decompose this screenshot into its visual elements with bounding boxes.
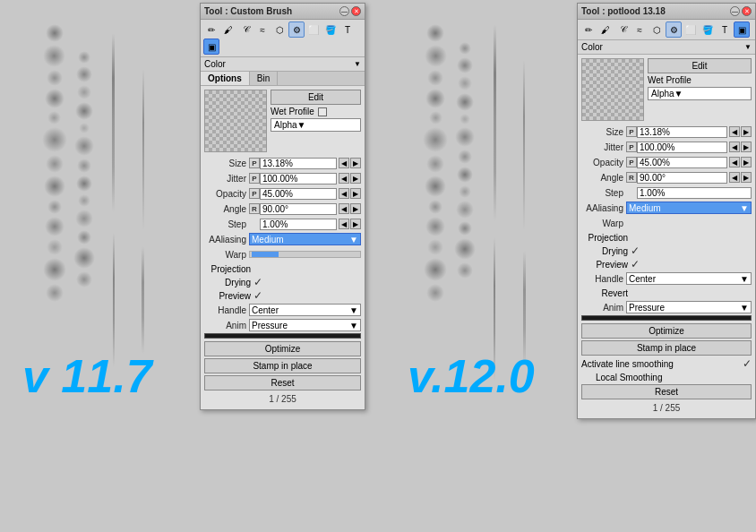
right-close-btn[interactable]: ✕	[742, 6, 752, 16]
right-opacity-indicator[interactable]: P	[626, 157, 637, 167]
left-anim-arrow: ▼	[349, 321, 358, 330]
right-jitter-indicator[interactable]: P	[626, 142, 637, 152]
right-projection-label: Projection	[581, 233, 631, 243]
right-jitter-value[interactable]: 100.00%	[637, 142, 727, 153]
right-preview-canvas	[581, 58, 644, 121]
right-airbrush-icon[interactable]: ≈	[631, 21, 648, 38]
left-reset-btn[interactable]: Reset	[204, 375, 361, 390]
custom-brush-icon[interactable]: ⚙	[288, 21, 305, 38]
left-anim-row: Anim Pressure ▼	[204, 318, 361, 332]
calligraphy-icon[interactable]: 𝒞	[237, 21, 253, 38]
right-opacity-inc[interactable]: ▶	[741, 157, 752, 167]
left-close-btn[interactable]: ✕	[351, 6, 361, 16]
right-opacity-dec[interactable]: ◀	[729, 157, 740, 167]
right-angle-indicator[interactable]: R	[626, 172, 637, 183]
right-jitter-inc[interactable]: ▶	[741, 142, 752, 152]
right-anim-select[interactable]: Pressure ▼	[626, 301, 752, 313]
right-color-selector[interactable]: Color ▼	[578, 40, 755, 55]
pattern-icon[interactable]: ⬡	[271, 21, 288, 38]
left-preview-row: Preview ✓	[204, 289, 361, 302]
left-jitter-inc[interactable]: ▶	[350, 173, 361, 184]
right-angle-dec[interactable]: ◀	[729, 172, 740, 183]
left-jitter-dec[interactable]: ◀	[339, 173, 349, 184]
left-angle-inc[interactable]: ▶	[350, 203, 361, 214]
eraser-icon[interactable]: ⬜	[305, 21, 322, 38]
right-handle-select[interactable]: Center ▼	[626, 272, 752, 285]
text-icon[interactable]: T	[339, 21, 356, 38]
left-anim-select[interactable]: Pressure ▼	[249, 319, 361, 331]
right-anim-input[interactable]	[581, 315, 752, 321]
left-opacity-value[interactable]: 45.00%	[260, 188, 337, 200]
left-opacity-indicator[interactable]: P	[249, 188, 260, 199]
left-size-inc[interactable]: ▶	[350, 158, 361, 168]
left-edit-button[interactable]: Edit	[271, 90, 361, 105]
left-wet-checkbox[interactable]	[318, 107, 327, 116]
right-size-value[interactable]: 13.18%	[637, 126, 727, 138]
left-warp-thumb[interactable]	[252, 252, 279, 257]
left-tab-bin[interactable]: Bin	[250, 72, 278, 85]
left-angle-dec[interactable]: ◀	[339, 203, 349, 214]
left-jitter-indicator[interactable]: P	[249, 173, 260, 184]
right-smoothing-check[interactable]: ✓	[743, 357, 752, 370]
left-size-dec[interactable]: ◀	[339, 158, 349, 168]
right-optimize-btn[interactable]: Optimize	[581, 323, 752, 339]
left-color-selector[interactable]: Color ▼	[201, 57, 365, 72]
right-size-indicator[interactable]: P	[626, 126, 637, 137]
right-pencil-icon[interactable]: ✏	[580, 21, 597, 38]
left-optimize-btn[interactable]: Optimize	[204, 341, 361, 356]
right-fill-icon[interactable]: 🪣	[700, 21, 716, 38]
brush-icon[interactable]: 🖌	[220, 21, 236, 38]
transform-icon[interactable]: ▣	[203, 39, 219, 55]
left-opacity-dec[interactable]: ◀	[339, 188, 349, 199]
right-step-value[interactable]: 1.00%	[637, 187, 752, 199]
left-stamp-btn[interactable]: Stamp in place	[204, 358, 361, 373]
left-jitter-value[interactable]: 100.00%	[260, 173, 337, 184]
right-size-dec[interactable]: ◀	[729, 126, 740, 137]
right-edit-button[interactable]: Edit	[648, 58, 752, 73]
airbrush-icon[interactable]: ≈	[254, 21, 271, 38]
left-step-inc[interactable]: ▶	[350, 219, 361, 229]
right-text-icon[interactable]: T	[717, 21, 733, 38]
right-aaliasing-dropdown[interactable]: Medium ▼	[626, 202, 752, 214]
left-warp-slider[interactable]	[249, 251, 361, 258]
right-reset-btn[interactable]: Reset	[581, 384, 752, 399]
right-alpha-select[interactable]: Alpha ▼	[648, 87, 752, 100]
left-handle-select[interactable]: Center ▼	[249, 304, 361, 316]
right-stamp-btn[interactable]: Stamp in place	[581, 340, 752, 356]
right-angle-inc[interactable]: ▶	[741, 172, 752, 183]
right-size-inc[interactable]: ▶	[741, 126, 752, 137]
left-step-value[interactable]: 1.00%	[260, 219, 337, 230]
left-angle-value[interactable]: 90.00°	[260, 203, 337, 215]
left-size-value[interactable]: 13.18%	[260, 158, 337, 169]
right-pattern-icon[interactable]: ⬡	[649, 21, 665, 38]
right-jitter-dec[interactable]: ◀	[729, 142, 740, 152]
left-angle-indicator[interactable]: R	[249, 203, 260, 214]
right-custom-brush-icon[interactable]: ⚙	[666, 21, 682, 38]
left-anim-input[interactable]	[204, 333, 361, 339]
right-minimize-btn[interactable]: —	[730, 6, 740, 16]
right-calligraphy-icon[interactable]: 𝒞	[614, 21, 631, 38]
right-aaliasing-row: AAliasing Medium ▼	[581, 201, 752, 215]
fill-icon[interactable]: 🪣	[322, 21, 339, 38]
left-opacity-inc[interactable]: ▶	[350, 188, 361, 199]
right-preview-check[interactable]: ✓	[631, 258, 640, 270]
right-transform-icon[interactable]: ▣	[734, 21, 750, 38]
right-eraser-icon[interactable]: ⬜	[683, 21, 699, 38]
left-color-label: Color	[204, 59, 354, 69]
left-drying-row: Drying ✓	[204, 276, 361, 288]
pencil-icon[interactable]: ✏	[203, 21, 219, 38]
right-brush-icon[interactable]: 🖌	[597, 21, 614, 38]
left-size-indicator[interactable]: P	[249, 158, 260, 168]
right-drying-check[interactable]: ✓	[631, 245, 640, 257]
left-drying-check[interactable]: ✓	[253, 276, 262, 288]
left-preview-check[interactable]: ✓	[253, 289, 262, 302]
right-window-title: Tool : potlood 13.18	[581, 6, 666, 16]
right-opacity-value[interactable]: 45.00%	[637, 157, 727, 168]
left-tab-options[interactable]: Options	[201, 72, 250, 85]
right-angle-value[interactable]: 90.00°	[637, 172, 727, 184]
left-step-dec[interactable]: ◀	[339, 219, 349, 229]
left-tab-bar: Options Bin	[201, 72, 365, 86]
left-alpha-select[interactable]: Alpha ▼	[271, 118, 361, 132]
left-aaliasing-dropdown[interactable]: Medium ▼	[249, 233, 361, 245]
left-minimize-btn[interactable]: —	[339, 6, 349, 16]
